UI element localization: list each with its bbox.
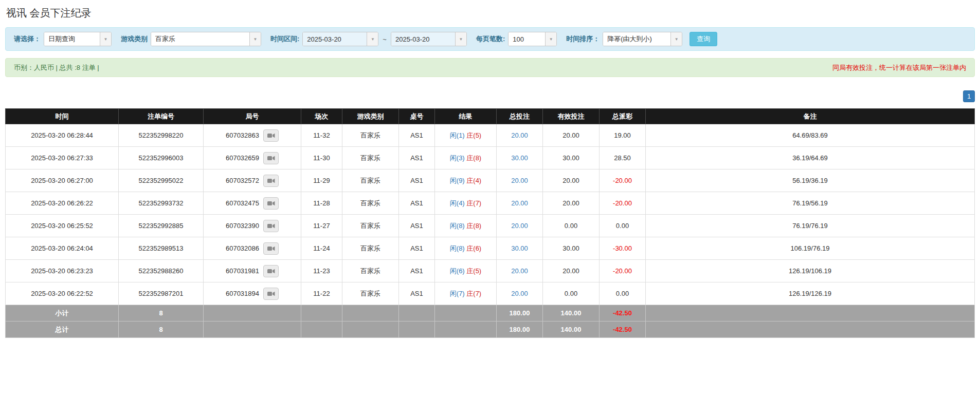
cell-time: 2025-03-20 06:24:04 [6,237,119,260]
header-game-type: 游戏类别 [342,109,399,124]
cell-session: 11-23 [301,260,342,282]
empty-cell [399,322,435,338]
date-from-select[interactable]: 2025-03-20 ▼ [302,32,378,46]
cell-result: 闲(1) 庄(5) [435,124,497,147]
cell-table-no: AS1 [399,124,435,147]
cell-total-bet[interactable]: 30.00 [497,147,543,169]
cell-total-bet[interactable]: 20.00 [497,282,543,305]
video-replay-button[interactable] [263,152,279,164]
cell-note: 56.19/36.19 [646,169,975,192]
cell-total-bet[interactable]: 20.00 [497,192,543,215]
cell-result: 闲(3) 庄(8) [435,147,497,169]
cell-session: 11-32 [301,124,342,147]
cell-round-id: 607032572 [204,169,301,192]
time-range-label: 时间区间: [270,34,299,44]
cell-session: 11-29 [301,169,342,192]
summary-bar: 币别：人民币 | 总共 :8 注单 | 同局有效投注，统一计算在该局第一张注单内 [5,58,975,77]
search-button[interactable]: 查询 [689,32,717,46]
table-row: 2025-03-20 06:22:52 522352987201 6070318… [6,282,975,305]
cell-game-type: 百家乐 [342,169,399,192]
header-time: 时间 [6,109,119,124]
query-type-label: 请选择： [14,34,41,44]
cell-round-id: 607032659 [204,147,301,169]
result-banker: 庄(8) [466,222,481,230]
cell-total-bet[interactable]: 20.00 [497,169,543,192]
cell-bet-id: 522352996003 [119,147,204,169]
video-icon [267,245,275,252]
cell-table-no: AS1 [399,282,435,305]
page-size-label: 每页笔数: [476,34,505,44]
empty-cell [204,305,301,322]
chevron-down-icon[interactable]: ▼ [545,32,556,46]
game-type-label: 游戏类别 [121,34,148,44]
video-replay-button[interactable] [263,242,279,255]
sort-select[interactable]: 降幂(由大到小) ▼ [603,32,682,46]
video-replay-button[interactable] [263,288,279,300]
cell-total-bet[interactable]: 20.00 [497,215,543,237]
cell-game-type: 百家乐 [342,147,399,169]
grand-total-count: 8 [119,322,204,338]
video-replay-button[interactable] [263,197,279,210]
cell-valid-bet: 0.00 [543,282,600,305]
cell-session: 11-27 [301,215,342,237]
cell-bet-id: 522352987201 [119,282,204,305]
cell-total-bet[interactable]: 30.00 [497,237,543,260]
result-player: 闲(4) [450,199,465,207]
cell-payout: 0.00 [600,215,646,237]
header-session: 场次 [301,109,342,124]
chevron-down-icon[interactable]: ▼ [670,32,682,46]
result-banker: 庄(7) [466,290,481,297]
cell-time: 2025-03-20 06:27:33 [6,147,119,169]
round-id-text: 607032659 [226,154,259,162]
cell-time: 2025-03-20 06:27:00 [6,169,119,192]
grand-total-total-bet: 180.00 [497,322,543,338]
cell-game-type: 百家乐 [342,192,399,215]
date-to-select[interactable]: 2025-03-20 ▼ [391,32,467,46]
cell-round-id: 607032086 [204,237,301,260]
cell-result: 闲(8) 庄(6) [435,237,497,260]
query-type-select[interactable]: 日期查询 ▼ [44,32,112,46]
chevron-down-icon[interactable]: ▼ [100,32,111,46]
chevron-down-icon[interactable]: ▼ [249,32,261,46]
grand-total-valid-bet: 140.00 [543,322,600,338]
page-size-value: 100 [509,32,545,46]
date-range-separator: ~ [382,35,388,43]
cell-game-type: 百家乐 [342,215,399,237]
cell-total-bet[interactable]: 20.00 [497,124,543,147]
cell-total-bet[interactable]: 20.00 [497,260,543,282]
cell-table-no: AS1 [399,169,435,192]
cell-time: 2025-03-20 06:28:44 [6,124,119,147]
currency-total-info: 币别：人民币 | 总共 :8 注单 | [14,63,99,72]
cell-valid-bet: 20.00 [543,192,600,215]
cell-note: 76.19/76.19 [646,215,975,237]
cell-note: 64.69/83.69 [646,124,975,147]
empty-cell [342,305,399,322]
page-size-select[interactable]: 100 ▼ [508,32,557,46]
cell-time: 2025-03-20 06:23:23 [6,260,119,282]
video-replay-button[interactable] [263,129,279,142]
pagination-page-1[interactable]: 1 [963,90,975,102]
game-type-select[interactable]: 百家乐 ▼ [151,32,261,46]
header-round-id: 局号 [204,109,301,124]
cell-game-type: 百家乐 [342,282,399,305]
round-id-text: 607032086 [226,244,259,252]
cell-valid-bet: 30.00 [543,147,600,169]
cell-note: 36.19/64.69 [646,147,975,169]
cell-bet-id: 522352992885 [119,215,204,237]
video-icon [267,291,275,297]
video-replay-button[interactable] [263,175,279,187]
empty-cell [301,305,342,322]
table-row: 2025-03-20 06:27:33 522352996003 6070326… [6,147,975,169]
subtotal-total-payout: -42.50 [600,305,646,322]
pagination: 1 [5,90,975,102]
cell-payout: -20.00 [600,260,646,282]
cell-table-no: AS1 [399,237,435,260]
video-replay-button[interactable] [263,220,279,232]
header-table-no: 桌号 [399,109,435,124]
header-result: 结果 [435,109,497,124]
cell-payout: 0.00 [600,282,646,305]
chevron-down-icon[interactable]: ▼ [455,32,466,46]
result-banker: 庄(5) [466,267,481,275]
video-replay-button[interactable] [263,265,279,277]
chevron-down-icon[interactable]: ▼ [367,32,378,46]
